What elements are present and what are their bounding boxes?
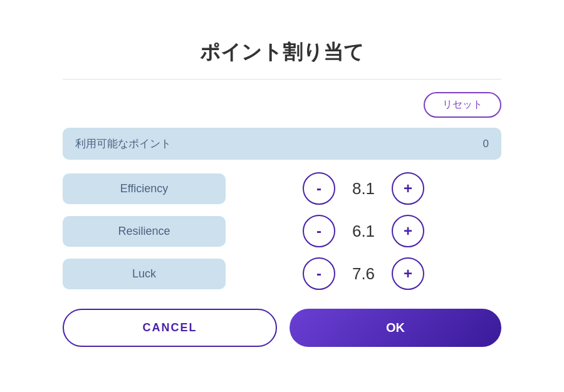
- plus-button-resilience[interactable]: +: [392, 215, 424, 247]
- divider: [63, 79, 501, 80]
- stat-controls-efficiency: - 8.1 +: [226, 172, 501, 205]
- dialog: ポイント割り当て リセット 利用可能なポイント 0 Efficiency - 8…: [25, 20, 539, 372]
- available-points-value: 0: [483, 138, 489, 150]
- ok-button[interactable]: OK: [290, 309, 501, 347]
- plus-button-luck[interactable]: +: [392, 257, 424, 290]
- stat-label-luck: Luck: [63, 259, 226, 289]
- button-row: CANCEL OK: [63, 309, 501, 347]
- reset-row: リセット: [63, 92, 501, 118]
- stat-row-luck: Luck - 7.6 +: [63, 257, 501, 290]
- available-points-label: 利用可能なポイント: [75, 137, 483, 151]
- stat-row-efficiency: Efficiency - 8.1 +: [63, 172, 501, 205]
- stat-controls-luck: - 7.6 +: [226, 257, 501, 290]
- minus-button-resilience[interactable]: -: [303, 215, 335, 247]
- stat-label-efficiency: Efficiency: [63, 173, 226, 204]
- minus-button-efficiency[interactable]: -: [303, 172, 335, 205]
- minus-button-luck[interactable]: -: [303, 257, 335, 290]
- stat-value-efficiency: 8.1: [348, 179, 379, 199]
- stat-value-luck: 7.6: [348, 264, 379, 284]
- cancel-button[interactable]: CANCEL: [63, 309, 277, 347]
- stat-controls-resilience: - 6.1 +: [226, 215, 501, 247]
- reset-button[interactable]: リセット: [424, 92, 501, 118]
- page-title: ポイント割り当て: [63, 39, 501, 66]
- plus-button-efficiency[interactable]: +: [392, 172, 424, 205]
- available-points-row: 利用可能なポイント 0: [63, 128, 501, 160]
- stat-row-resilience: Resilience - 6.1 +: [63, 215, 501, 247]
- stat-label-resilience: Resilience: [63, 216, 226, 247]
- stat-value-resilience: 6.1: [348, 222, 379, 241]
